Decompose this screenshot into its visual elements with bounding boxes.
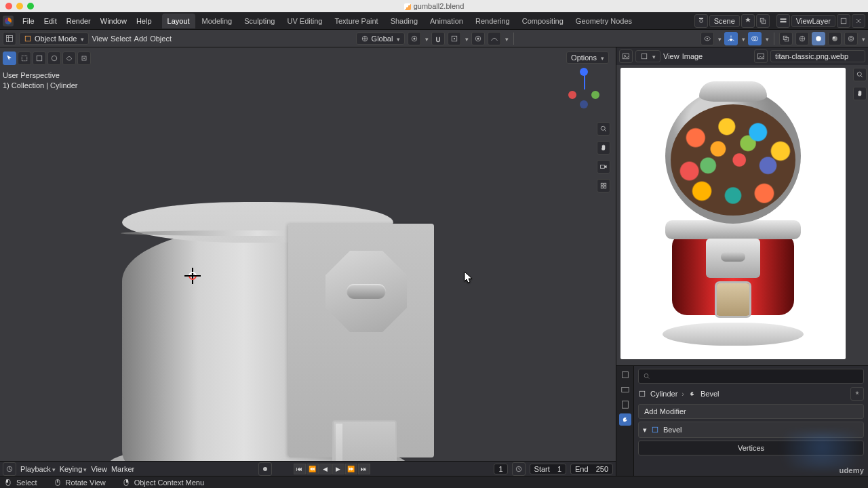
shading-caret[interactable] xyxy=(861,35,865,43)
vp-menu-view[interactable]: View xyxy=(92,35,108,43)
snap-element-icon[interactable] xyxy=(448,32,461,45)
autokey-icon[interactable] xyxy=(258,462,272,476)
pivot-point-icon[interactable] xyxy=(408,32,421,45)
workspace-rendering[interactable]: Rendering xyxy=(470,14,515,28)
play-reverse-icon[interactable]: ◀ xyxy=(319,464,332,474)
selection-mode-circle-icon[interactable] xyxy=(47,52,61,65)
shading-matprev-icon[interactable] xyxy=(828,32,842,45)
show-overlays-icon[interactable] xyxy=(748,32,762,45)
pan-hand-icon[interactable] xyxy=(597,141,610,155)
image-name-field[interactable]: titan-classic.png.webp xyxy=(770,50,865,62)
blender-logo-icon[interactable] xyxy=(3,16,14,26)
workspace-uv-editing[interactable]: UV Editing xyxy=(281,14,328,28)
obj-types-caret[interactable] xyxy=(717,35,722,43)
timeline-editor-type-icon[interactable] xyxy=(3,462,16,476)
tl-menu-view[interactable]: View xyxy=(91,465,107,473)
workspace-modeling[interactable]: Modeling xyxy=(197,14,238,28)
snap-toggle-icon[interactable] xyxy=(431,32,445,45)
current-frame-field[interactable]: 1 xyxy=(494,464,507,474)
new-scene-icon[interactable] xyxy=(756,14,770,28)
prop-tab-render-icon[interactable] xyxy=(619,384,631,396)
jump-end-icon[interactable]: ⏭ xyxy=(358,464,370,474)
menu-window[interactable]: Window xyxy=(96,12,132,30)
viewport-options-button[interactable]: Options xyxy=(566,52,609,64)
jump-start-icon[interactable]: ⏮ xyxy=(294,464,306,474)
scene-name-field[interactable]: Scene xyxy=(709,15,740,27)
pin-props-icon[interactable] xyxy=(850,387,864,401)
img-menu-image[interactable]: Image xyxy=(682,52,703,60)
interaction-mode-dropdown[interactable]: Object Mode xyxy=(19,33,89,45)
selection-mode-box-icon[interactable] xyxy=(33,52,46,65)
bevel-affect-field[interactable]: Vertices xyxy=(638,441,864,455)
prev-keyframe-icon[interactable]: ⏪ xyxy=(307,464,319,474)
tl-menu-keying[interactable]: Keying xyxy=(60,465,87,473)
next-keyframe-icon[interactable]: ⏩ xyxy=(345,464,357,474)
viewlayer-browse-icon[interactable] xyxy=(776,14,790,28)
workspace-shading[interactable]: Shading xyxy=(385,14,423,28)
properties-search[interactable] xyxy=(638,369,864,384)
vp-menu-add[interactable]: Add xyxy=(134,35,148,43)
reference-image[interactable] xyxy=(620,68,846,359)
proportional-falloff-icon[interactable] xyxy=(488,32,501,45)
menu-help[interactable]: Help xyxy=(132,12,157,30)
tool-select-box-icon[interactable] xyxy=(3,52,16,65)
properties-search-input[interactable] xyxy=(654,372,859,380)
image-mode-dropdown[interactable] xyxy=(635,50,660,62)
play-icon[interactable]: ▶ xyxy=(332,464,344,474)
workspace-texture-paint[interactable]: Texture Paint xyxy=(329,14,383,28)
gizmo-axis-y-icon[interactable] xyxy=(591,91,599,99)
menu-render[interactable]: Render xyxy=(62,12,96,30)
gizmo-axis-z-icon[interactable] xyxy=(580,68,588,76)
overlays-caret[interactable] xyxy=(764,35,769,43)
camera-view-icon[interactable] xyxy=(597,160,610,174)
workspace-sculpting[interactable]: Sculpting xyxy=(239,14,280,28)
modifier-bevel-row[interactable]: ▾ Bevel xyxy=(638,422,864,438)
tl-menu-playback[interactable]: Playback xyxy=(20,465,56,473)
viewlayer-name-field[interactable]: ViewLayer xyxy=(791,15,835,27)
shading-rendered-icon[interactable] xyxy=(844,32,858,45)
image-editor-type-icon[interactable] xyxy=(619,49,633,63)
selection-mode-lasso-icon[interactable] xyxy=(62,52,76,65)
prop-tab-output-icon[interactable] xyxy=(619,399,631,411)
shading-wireframe-icon[interactable] xyxy=(795,32,809,45)
zoom-icon[interactable] xyxy=(597,122,610,136)
image-browse-icon[interactable] xyxy=(754,49,768,63)
3d-viewport[interactable]: User Perspective 1) Collection | Cylinde… xyxy=(0,47,616,476)
shading-solid-icon[interactable] xyxy=(812,32,825,45)
gizmo-caret[interactable] xyxy=(741,35,745,43)
transform-orientation-dropdown[interactable]: Global xyxy=(356,33,406,45)
gizmo-axis-negz-icon[interactable] xyxy=(580,100,588,108)
workspace-layout[interactable]: Layout xyxy=(162,14,195,28)
img-pan-icon[interactable] xyxy=(853,87,867,100)
modifier-name[interactable]: Bevel xyxy=(663,426,682,434)
menu-file[interactable]: File xyxy=(18,12,39,30)
selection-mode-extra-icon[interactable] xyxy=(77,52,91,65)
crumb-object[interactable]: Cylinder xyxy=(650,390,677,398)
pivot-point-caret[interactable] xyxy=(424,35,429,43)
scene-browse-icon[interactable] xyxy=(694,14,708,28)
prop-tab-modifier-icon[interactable] xyxy=(619,413,631,426)
img-zoom-icon[interactable] xyxy=(853,68,867,81)
show-gizmo-icon[interactable] xyxy=(724,32,738,45)
workspace-animation[interactable]: Animation xyxy=(425,14,469,28)
vp-menu-object[interactable]: Object xyxy=(150,35,172,43)
object-types-visibility-icon[interactable] xyxy=(701,32,714,45)
remove-viewlayer-icon[interactable] xyxy=(852,14,865,28)
pin-scene-icon[interactable] xyxy=(741,14,755,28)
end-frame-field[interactable]: End 250 xyxy=(570,464,613,474)
img-menu-view[interactable]: View xyxy=(663,52,679,60)
selection-mode-tweak-icon[interactable] xyxy=(18,52,31,65)
snap-element-caret[interactable] xyxy=(464,35,469,43)
gizmo-axis-x-icon[interactable] xyxy=(568,91,576,99)
disclosure-triangle-icon[interactable]: ▾ xyxy=(643,426,647,434)
prop-tab-tool-icon[interactable] xyxy=(619,369,631,381)
add-modifier-button[interactable]: Add Modifier xyxy=(638,404,864,419)
editor-type-icon[interactable] xyxy=(3,32,16,45)
perspective-toggle-icon[interactable] xyxy=(597,179,610,192)
proportional-edit-icon[interactable] xyxy=(471,32,485,45)
tl-menu-marker[interactable]: Marker xyxy=(111,465,134,473)
workspace-compositing[interactable]: Compositing xyxy=(517,14,569,28)
start-frame-field[interactable]: Start 1 xyxy=(530,464,566,474)
xray-toggle-icon[interactable] xyxy=(779,32,793,45)
proportional-falloff-caret[interactable] xyxy=(504,35,509,43)
